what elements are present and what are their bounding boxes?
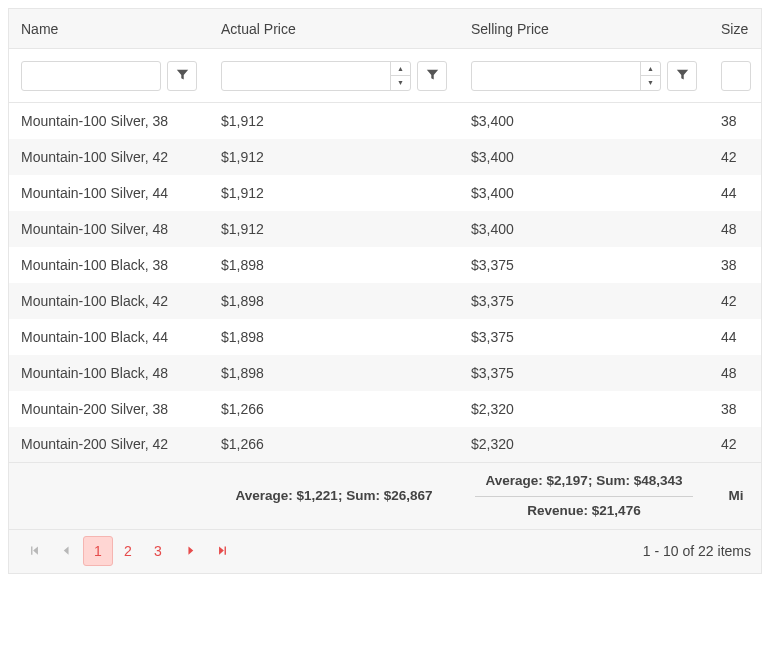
aggregate-size: Mi bbox=[709, 463, 762, 529]
data-grid: Name Actual Price Selling Price Size bbox=[8, 8, 762, 574]
cell-name: Mountain-100 Silver, 48 bbox=[9, 211, 209, 247]
chevron-right-icon bbox=[185, 543, 196, 559]
spinner-up-icon[interactable]: ▲ bbox=[641, 62, 660, 77]
cell-selling: $3,375 bbox=[459, 355, 709, 391]
cell-actual: $1,912 bbox=[209, 211, 459, 247]
filter-button-selling[interactable] bbox=[667, 61, 697, 91]
aggregate-actual: Average: $1,221; Sum: $26,867 bbox=[209, 463, 459, 529]
cell-size: 48 bbox=[709, 355, 762, 391]
aggregate-row: Average: $1,221; Sum: $26,867 Average: $… bbox=[9, 463, 762, 529]
cell-selling: $2,320 bbox=[459, 391, 709, 427]
cell-name: Mountain-200 Silver, 42 bbox=[9, 427, 209, 463]
pager-last-button[interactable] bbox=[207, 536, 237, 566]
filter-button-name[interactable] bbox=[167, 61, 197, 91]
cell-name: Mountain-100 Black, 44 bbox=[9, 319, 209, 355]
cell-size: 42 bbox=[709, 427, 762, 463]
table-row[interactable]: Mountain-100 Black, 44$1,898$3,37544 bbox=[9, 319, 762, 355]
spinner-down-icon[interactable]: ▼ bbox=[641, 76, 660, 90]
cell-size: 48 bbox=[709, 211, 762, 247]
pager-page-1[interactable]: 1 bbox=[83, 536, 113, 566]
chevron-left-icon bbox=[61, 543, 72, 559]
filter-numeric-actual: ▲ ▼ bbox=[221, 61, 411, 91]
cell-selling: $3,375 bbox=[459, 247, 709, 283]
cell-name: Mountain-200 Silver, 38 bbox=[9, 391, 209, 427]
grid-body: Mountain-100 Silver, 38$1,912$3,40038Mou… bbox=[9, 103, 762, 463]
column-header-row: Name Actual Price Selling Price Size bbox=[9, 9, 762, 49]
cell-size: 38 bbox=[709, 391, 762, 427]
cell-size: 38 bbox=[709, 103, 762, 139]
pager-page-2[interactable]: 2 bbox=[113, 536, 143, 566]
filter-icon bbox=[676, 68, 689, 84]
pager-info: 1 - 10 of 22 items bbox=[643, 543, 751, 559]
cell-actual: $1,266 bbox=[209, 391, 459, 427]
table-row[interactable]: Mountain-100 Black, 48$1,898$3,37548 bbox=[9, 355, 762, 391]
cell-size: 38 bbox=[709, 247, 762, 283]
filter-input-name[interactable] bbox=[21, 61, 161, 91]
cell-name: Mountain-100 Silver, 44 bbox=[9, 175, 209, 211]
cell-size: 42 bbox=[709, 283, 762, 319]
filter-input-size[interactable] bbox=[721, 61, 751, 91]
grid-table: Name Actual Price Selling Price Size bbox=[9, 8, 762, 529]
pager-first-button[interactable] bbox=[19, 536, 49, 566]
column-header-actual[interactable]: Actual Price bbox=[209, 9, 459, 49]
cell-size: 42 bbox=[709, 139, 762, 175]
cell-selling: $3,375 bbox=[459, 319, 709, 355]
pager: 123 1 - 10 of 22 items bbox=[9, 529, 761, 573]
cell-name: Mountain-100 Silver, 38 bbox=[9, 103, 209, 139]
cell-actual: $1,912 bbox=[209, 139, 459, 175]
table-row[interactable]: Mountain-100 Black, 38$1,898$3,37538 bbox=[9, 247, 762, 283]
aggregate-selling-avg-sum: Average: $2,197; Sum: $48,343 bbox=[475, 473, 693, 497]
seek-first-icon bbox=[29, 543, 40, 559]
cell-actual: $1,898 bbox=[209, 247, 459, 283]
pager-next-button[interactable] bbox=[175, 536, 205, 566]
cell-actual: $1,898 bbox=[209, 283, 459, 319]
pager-page-3[interactable]: 3 bbox=[143, 536, 173, 566]
cell-selling: $3,400 bbox=[459, 211, 709, 247]
table-row[interactable]: Mountain-100 Silver, 44$1,912$3,40044 bbox=[9, 175, 762, 211]
filter-button-actual[interactable] bbox=[417, 61, 447, 91]
filter-icon bbox=[176, 68, 189, 84]
table-row[interactable]: Mountain-200 Silver, 38$1,266$2,32038 bbox=[9, 391, 762, 427]
cell-actual: $1,266 bbox=[209, 427, 459, 463]
cell-name: Mountain-100 Black, 38 bbox=[9, 247, 209, 283]
seek-last-icon bbox=[217, 543, 228, 559]
cell-name: Mountain-100 Silver, 42 bbox=[9, 139, 209, 175]
filter-row: ▲ ▼ bbox=[9, 49, 762, 103]
spinner-down-icon[interactable]: ▼ bbox=[391, 76, 410, 90]
aggregate-selling-revenue: Revenue: $21,476 bbox=[475, 503, 693, 518]
cell-name: Mountain-100 Black, 48 bbox=[9, 355, 209, 391]
cell-size: 44 bbox=[709, 319, 762, 355]
table-row[interactable]: Mountain-100 Silver, 38$1,912$3,40038 bbox=[9, 103, 762, 139]
table-row[interactable]: Mountain-100 Silver, 48$1,912$3,40048 bbox=[9, 211, 762, 247]
cell-name: Mountain-100 Black, 42 bbox=[9, 283, 209, 319]
spinner-selling: ▲ ▼ bbox=[640, 62, 660, 90]
spinner-up-icon[interactable]: ▲ bbox=[391, 62, 410, 77]
cell-size: 44 bbox=[709, 175, 762, 211]
cell-actual: $1,912 bbox=[209, 103, 459, 139]
cell-actual: $1,912 bbox=[209, 175, 459, 211]
spinner-actual: ▲ ▼ bbox=[390, 62, 410, 90]
cell-actual: $1,898 bbox=[209, 355, 459, 391]
cell-selling: $3,400 bbox=[459, 175, 709, 211]
column-header-selling[interactable]: Selling Price bbox=[459, 9, 709, 49]
cell-selling: $2,320 bbox=[459, 427, 709, 463]
pager-prev-button[interactable] bbox=[51, 536, 81, 566]
cell-selling: $3,400 bbox=[459, 103, 709, 139]
cell-selling: $3,375 bbox=[459, 283, 709, 319]
filter-input-selling[interactable] bbox=[472, 68, 640, 83]
filter-input-actual[interactable] bbox=[222, 68, 390, 83]
filter-numeric-selling: ▲ ▼ bbox=[471, 61, 661, 91]
aggregate-selling: Average: $2,197; Sum: $48,343 Revenue: $… bbox=[459, 463, 709, 529]
cell-selling: $3,400 bbox=[459, 139, 709, 175]
column-header-name[interactable]: Name bbox=[9, 9, 209, 49]
column-header-size[interactable]: Size bbox=[709, 9, 762, 49]
table-row[interactable]: Mountain-100 Silver, 42$1,912$3,40042 bbox=[9, 139, 762, 175]
filter-icon bbox=[426, 68, 439, 84]
table-row[interactable]: Mountain-200 Silver, 42$1,266$2,32042 bbox=[9, 427, 762, 463]
table-row[interactable]: Mountain-100 Black, 42$1,898$3,37542 bbox=[9, 283, 762, 319]
cell-actual: $1,898 bbox=[209, 319, 459, 355]
